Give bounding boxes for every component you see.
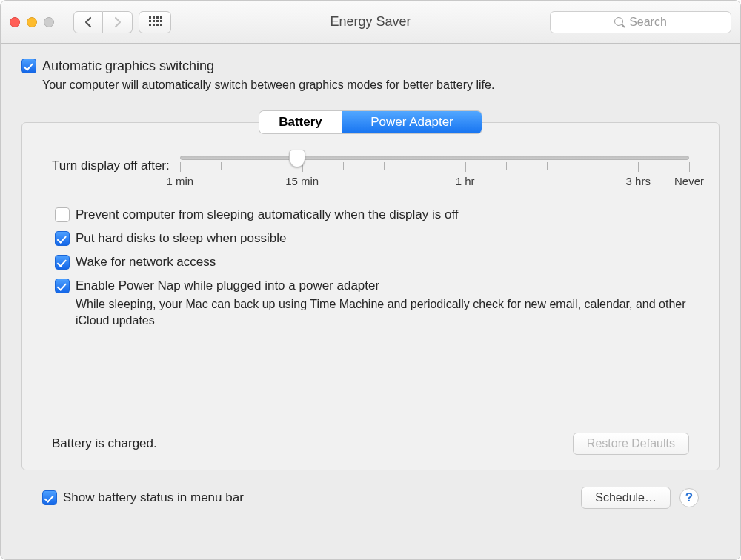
power-nap-label: Enable Power Nap while plugged into a po…	[76, 279, 379, 293]
search-icon	[614, 17, 625, 27]
power-nap-hint: While sleeping, your Mac can back up usi…	[76, 296, 689, 328]
minimize-window-button[interactable]	[27, 17, 37, 27]
settings-panel: Turn display off after:	[21, 122, 720, 470]
tick-label-never: Never	[674, 175, 704, 187]
panel-footer: Battery is charged. Restore Defaults	[52, 433, 689, 455]
display-off-slider[interactable]: 1 min 15 min 1 hr 3 hrs Never	[180, 151, 689, 181]
auto-graphics-label: Automatic graphics switching	[42, 59, 214, 74]
slider-tick	[262, 162, 262, 170]
prevent-sleep-label: Prevent computer from sleeping automatic…	[76, 207, 459, 222]
power-nap-row: Enable Power Nap while plugged into a po…	[55, 279, 689, 328]
slider-tick	[506, 162, 507, 170]
search-input[interactable]: Search	[550, 11, 731, 33]
grid-icon	[149, 16, 161, 28]
slider-tick	[547, 162, 548, 170]
chevron-right-icon	[113, 16, 122, 28]
options-list: Prevent computer from sleeping automatic…	[55, 207, 689, 328]
slider-tick	[343, 162, 344, 170]
prevent-sleep-checkbox[interactable]	[55, 207, 70, 222]
slider-tick	[588, 162, 588, 170]
power-nap-checkbox[interactable]	[55, 279, 70, 293]
search-placeholder: Search	[629, 16, 667, 29]
slider-tick	[465, 162, 466, 172]
restore-defaults-button[interactable]: Restore Defaults	[573, 433, 689, 455]
schedule-button[interactable]: Schedule…	[581, 487, 671, 509]
tab-power-adapter[interactable]: Power Adapter	[342, 111, 482, 133]
menubar-status-label: Show battery status in menu bar	[63, 490, 244, 505]
tick-label-3hrs: 3 hrs	[626, 175, 651, 187]
wake-network-checkbox[interactable]	[55, 255, 70, 270]
window-controls	[10, 17, 54, 27]
forward-button[interactable]	[103, 11, 133, 33]
slider-tick	[425, 162, 425, 170]
slider-tick	[384, 162, 385, 170]
bottom-bar: Show battery status in menu bar Schedule…	[21, 479, 720, 522]
battery-status: Battery is charged.	[52, 436, 157, 451]
slider-tick	[689, 162, 690, 172]
slider-track	[180, 156, 689, 160]
display-off-label: Turn display off after:	[52, 159, 170, 173]
nav-group	[73, 11, 133, 33]
slider-tick	[221, 162, 222, 170]
display-off-row: Turn display off after:	[52, 151, 689, 181]
tab-battery[interactable]: Battery	[259, 111, 342, 133]
slider-thumb[interactable]	[289, 150, 305, 167]
back-button[interactable]	[73, 11, 103, 33]
zoom-window-button[interactable]	[44, 17, 54, 27]
auto-graphics-checkbox[interactable]	[21, 59, 36, 73]
slider-tick	[638, 162, 639, 172]
tick-label-1hr: 1 hr	[456, 175, 475, 187]
chevron-left-icon	[84, 16, 93, 28]
wake-network-label: Wake for network access	[76, 255, 216, 270]
hdd-sleep-row: Put hard disks to sleep when possible	[55, 231, 689, 246]
help-button[interactable]: ?	[679, 488, 699, 507]
hdd-sleep-label: Put hard disks to sleep when possible	[76, 231, 286, 246]
content: Automatic graphics switching Your comput…	[1, 44, 740, 559]
energy-saver-window: Energy Saver Search Automatic graphics s…	[0, 0, 741, 560]
auto-graphics-hint: Your computer will automatically switch …	[42, 79, 720, 92]
close-window-button[interactable]	[10, 17, 20, 27]
wake-network-row: Wake for network access	[55, 255, 689, 270]
power-source-tabs: Battery Power Adapter	[259, 111, 482, 133]
toolbar: Energy Saver Search	[1, 1, 740, 44]
menubar-status-checkbox[interactable]	[42, 490, 57, 505]
show-all-button[interactable]	[139, 11, 171, 33]
hdd-sleep-checkbox[interactable]	[55, 231, 70, 246]
tick-label-15min: 15 min	[285, 175, 319, 187]
prevent-sleep-row: Prevent computer from sleeping automatic…	[55, 207, 689, 222]
tick-label-1min: 1 min	[166, 175, 193, 187]
slider-tick	[180, 162, 181, 172]
auto-graphics-row: Automatic graphics switching	[21, 59, 720, 74]
